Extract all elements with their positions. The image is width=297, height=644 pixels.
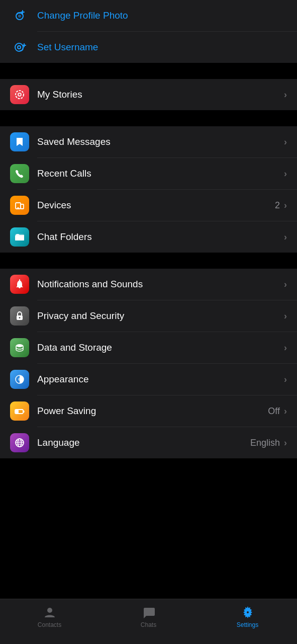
saved-messages-chevron: ›	[284, 137, 287, 147]
my-stories-label: My Stories	[37, 89, 284, 100]
devices-chevron: ›	[284, 200, 287, 211]
devices-value: 2	[275, 200, 280, 211]
language-value: English	[250, 438, 280, 448]
my-stories-item[interactable]: My Stories ›	[0, 79, 297, 110]
change-profile-photo-item[interactable]: Change Profile Photo	[0, 0, 297, 31]
chat-folders-chevron: ›	[284, 232, 287, 243]
language-item[interactable]: Language English ›	[0, 427, 297, 458]
devices-label: Devices	[37, 200, 275, 211]
chats-tab-label: Chats	[141, 621, 156, 628]
tab-chats[interactable]: Chats	[129, 605, 169, 628]
saved-messages-label: Saved Messages	[37, 136, 284, 147]
svg-point-31	[47, 608, 52, 613]
devices-item[interactable]: Devices 2 ›	[0, 190, 297, 221]
settings-section: Notifications and Sounds › Privacy and S…	[0, 269, 297, 458]
my-stories-chevron: ›	[284, 90, 287, 100]
camera-plus-icon	[10, 6, 29, 25]
power-saving-chevron: ›	[284, 406, 287, 417]
appearance-chevron: ›	[284, 374, 287, 385]
chat-folders-label: Chat Folders	[37, 231, 284, 243]
svg-point-2	[18, 15, 21, 18]
power-saving-value: Off	[268, 406, 280, 417]
chat-folders-item[interactable]: Chat Folders ›	[0, 221, 297, 253]
database-icon	[10, 338, 29, 357]
power-saving-label: Power Saving	[37, 406, 268, 417]
tab-settings[interactable]: Settings	[228, 605, 268, 628]
language-label: Language	[37, 437, 250, 448]
svg-rect-16	[15, 237, 24, 240]
section-divider-1	[0, 63, 297, 79]
phone-icon	[10, 164, 29, 183]
set-username-label: Set Username	[37, 42, 98, 53]
svg-rect-24	[16, 410, 19, 413]
data-storage-label: Data and Storage	[37, 342, 284, 353]
appearance-item[interactable]: Appearance ›	[0, 364, 297, 395]
set-username-item[interactable]: Set Username	[0, 32, 297, 63]
data-storage-chevron: ›	[284, 343, 287, 353]
tab-bar: Contacts Chats Settings	[0, 599, 297, 644]
devices-icon	[10, 196, 29, 215]
recent-calls-chevron: ›	[284, 169, 287, 179]
notifications-item[interactable]: Notifications and Sounds ›	[0, 269, 297, 300]
recent-calls-item[interactable]: Recent Calls ›	[0, 158, 297, 189]
person-icon	[43, 605, 57, 619]
section-divider-2	[0, 110, 297, 126]
bookmark-icon	[10, 132, 29, 151]
section-divider-3	[0, 253, 297, 269]
data-storage-item[interactable]: Data and Storage ›	[0, 332, 297, 363]
privacy-label: Privacy and Security	[37, 310, 284, 321]
bell-icon	[10, 275, 29, 294]
appearance-icon	[10, 370, 29, 389]
gear-icon	[241, 605, 255, 619]
chat-icon	[142, 605, 156, 619]
language-chevron: ›	[284, 438, 287, 448]
globe-icon	[10, 433, 29, 452]
notifications-label: Notifications and Sounds	[37, 279, 284, 290]
change-profile-photo-label: Change Profile Photo	[37, 10, 128, 21]
svg-point-6	[18, 46, 21, 49]
main-section: Saved Messages › Recent Calls ›	[0, 126, 297, 253]
privacy-chevron: ›	[284, 311, 287, 321]
svg-rect-12	[21, 204, 24, 209]
svg-point-22	[18, 378, 21, 381]
notifications-chevron: ›	[284, 279, 287, 290]
at-plus-icon	[10, 38, 29, 57]
stories-icon	[10, 85, 29, 104]
svg-point-19	[19, 317, 21, 318]
power-saving-item[interactable]: Power Saving Off ›	[0, 395, 297, 427]
privacy-item[interactable]: Privacy and Security ›	[0, 300, 297, 332]
lock-icon	[10, 306, 29, 326]
battery-icon	[10, 401, 29, 421]
saved-messages-item[interactable]: Saved Messages ›	[0, 126, 297, 157]
tab-contacts[interactable]: Contacts	[30, 605, 70, 628]
settings-tab-label: Settings	[237, 621, 258, 628]
bottom-padding	[0, 458, 297, 478]
svg-point-34	[247, 611, 249, 613]
recent-calls-label: Recent Calls	[37, 168, 284, 179]
svg-point-20	[16, 344, 23, 347]
folders-icon	[10, 227, 29, 247]
appearance-label: Appearance	[37, 374, 284, 385]
stories-section: My Stories ›	[0, 79, 297, 110]
svg-rect-25	[23, 411, 25, 413]
contacts-tab-label: Contacts	[38, 621, 61, 628]
